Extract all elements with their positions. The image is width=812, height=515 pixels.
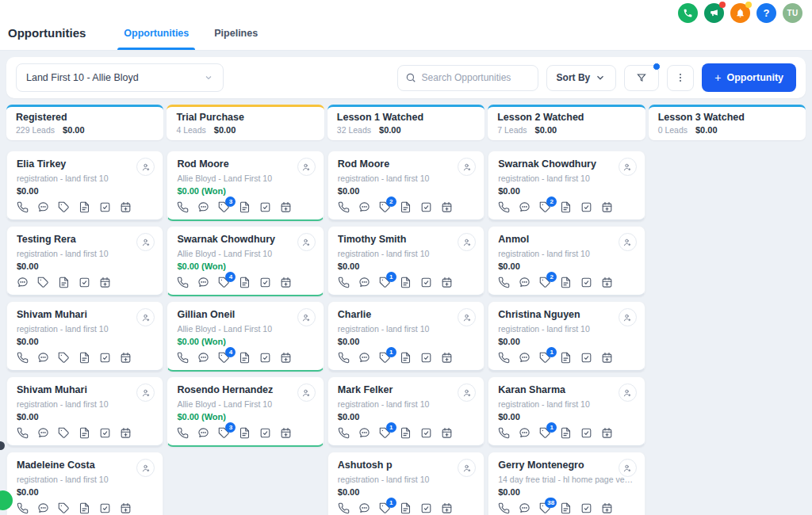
tag-icon[interactable]: 2 xyxy=(539,201,551,213)
message-icon[interactable] xyxy=(37,427,49,439)
task-icon[interactable] xyxy=(580,277,592,288)
call-icon[interactable] xyxy=(498,427,510,439)
opportunity-card[interactable]: Shivam Muhariregistration - land first 1… xyxy=(6,301,163,372)
call-icon[interactable] xyxy=(177,427,189,439)
appointment-icon[interactable] xyxy=(280,201,292,213)
tag-icon[interactable]: 2 xyxy=(539,277,551,288)
call-icon[interactable] xyxy=(338,201,350,213)
opportunity-card[interactable]: Ashutosh pregistration - land first 10$0… xyxy=(327,452,485,515)
call-icon[interactable] xyxy=(17,352,29,364)
sort-by-button[interactable]: Sort By xyxy=(546,65,617,91)
call-icon[interactable] xyxy=(338,352,350,364)
help-icon[interactable]: ? xyxy=(756,3,776,23)
task-icon[interactable] xyxy=(420,427,432,439)
opportunity-card[interactable]: Swarnak ChowdhuryAllie Bloyd - Land Firs… xyxy=(167,226,324,296)
message-icon[interactable] xyxy=(519,277,530,288)
call-icon[interactable] xyxy=(498,502,510,514)
task-icon[interactable] xyxy=(420,201,432,213)
search-input[interactable] xyxy=(397,65,538,91)
message-icon[interactable] xyxy=(197,352,209,364)
task-icon[interactable] xyxy=(580,352,592,364)
appointment-icon[interactable] xyxy=(601,502,613,514)
phone-icon[interactable] xyxy=(678,3,698,23)
message-icon[interactable] xyxy=(519,201,530,213)
call-icon[interactable] xyxy=(177,277,189,288)
tag-icon[interactable] xyxy=(58,502,70,514)
message-icon[interactable] xyxy=(37,502,49,514)
note-icon[interactable] xyxy=(400,201,412,213)
opportunity-card[interactable]: Charlieregistration - land first 10$0.00… xyxy=(327,301,485,372)
opportunity-card[interactable]: Testing Reraregistration - land first 10… xyxy=(6,226,163,296)
assign-user-button[interactable] xyxy=(619,308,637,326)
opportunity-card[interactable]: Rod Mooreregistration - land first 10$0.… xyxy=(327,151,485,221)
note-icon[interactable] xyxy=(560,201,572,213)
appointment-icon[interactable] xyxy=(280,352,292,364)
appointment-icon[interactable] xyxy=(601,427,613,439)
message-icon[interactable] xyxy=(358,427,370,439)
note-icon[interactable] xyxy=(560,277,572,288)
appointment-icon[interactable] xyxy=(280,427,292,439)
call-icon[interactable] xyxy=(498,277,510,288)
note-icon[interactable] xyxy=(560,427,572,439)
task-icon[interactable] xyxy=(99,201,111,213)
appointment-icon[interactable] xyxy=(601,201,613,213)
call-icon[interactable] xyxy=(17,201,29,213)
message-icon[interactable] xyxy=(197,277,209,288)
task-icon[interactable] xyxy=(420,352,432,364)
tag-icon[interactable] xyxy=(37,277,49,288)
message-icon[interactable] xyxy=(358,352,370,364)
filter-button[interactable] xyxy=(624,65,659,91)
assign-user-button[interactable] xyxy=(619,158,637,176)
tag-icon[interactable]: 1 xyxy=(539,427,551,439)
tab-opportunities[interactable]: Opportunities xyxy=(111,16,201,50)
note-icon[interactable] xyxy=(400,277,412,288)
call-icon[interactable] xyxy=(338,427,350,439)
tag-icon[interactable]: 1 xyxy=(379,352,391,364)
appointment-icon[interactable] xyxy=(280,277,292,288)
appointment-icon[interactable] xyxy=(601,352,613,364)
tag-icon[interactable]: 1 xyxy=(379,277,391,288)
note-icon[interactable] xyxy=(560,352,572,364)
task-icon[interactable] xyxy=(99,502,111,514)
call-icon[interactable] xyxy=(338,502,350,514)
call-icon[interactable] xyxy=(17,502,29,514)
task-icon[interactable] xyxy=(99,427,111,439)
task-icon[interactable] xyxy=(79,277,90,288)
task-icon[interactable] xyxy=(259,201,271,213)
appointment-icon[interactable] xyxy=(441,427,453,439)
call-icon[interactable] xyxy=(177,352,189,364)
message-icon[interactable] xyxy=(197,201,209,213)
call-icon[interactable] xyxy=(498,201,510,213)
assign-user-button[interactable] xyxy=(297,383,316,402)
more-options-button[interactable] xyxy=(667,65,694,91)
tag-icon[interactable]: 38 xyxy=(539,502,551,514)
opportunity-card[interactable]: Timothy Smithregistration - land first 1… xyxy=(327,226,485,296)
message-icon[interactable] xyxy=(358,277,370,288)
task-icon[interactable] xyxy=(420,277,432,288)
task-icon[interactable] xyxy=(99,352,111,364)
appointment-icon[interactable] xyxy=(99,277,111,288)
tag-icon[interactable]: 2 xyxy=(379,201,391,213)
note-icon[interactable] xyxy=(239,201,251,213)
user-avatar[interactable]: TU xyxy=(783,3,802,23)
opportunity-card[interactable]: Swarnak Chowdhuryregistration - land fir… xyxy=(488,151,645,221)
opportunity-card[interactable]: Rod MooreAllie Bloyd - Land First 10$0.0… xyxy=(167,151,324,221)
message-icon[interactable] xyxy=(358,502,370,514)
pipeline-select[interactable]: Land First 10 - Allie Bloyd xyxy=(16,63,224,92)
message-icon[interactable] xyxy=(37,352,49,364)
task-icon[interactable] xyxy=(259,352,271,364)
appointment-icon[interactable] xyxy=(120,427,132,439)
opportunity-card[interactable]: Mark Felkerregistration - land first 10$… xyxy=(327,376,485,447)
appointment-icon[interactable] xyxy=(120,502,132,514)
note-icon[interactable] xyxy=(79,201,90,213)
message-icon[interactable] xyxy=(519,352,530,364)
note-icon[interactable] xyxy=(400,502,412,514)
assign-user-button[interactable] xyxy=(297,233,316,251)
message-icon[interactable] xyxy=(197,427,209,439)
appointment-icon[interactable] xyxy=(441,352,453,364)
opportunity-card[interactable]: Christina Nguyenregistration - land firs… xyxy=(488,301,645,372)
call-icon[interactable] xyxy=(17,427,29,439)
message-icon[interactable] xyxy=(519,502,530,514)
message-icon[interactable] xyxy=(519,427,530,439)
opportunity-card[interactable]: Shivam Muhariregistration - land first 1… xyxy=(6,376,163,447)
